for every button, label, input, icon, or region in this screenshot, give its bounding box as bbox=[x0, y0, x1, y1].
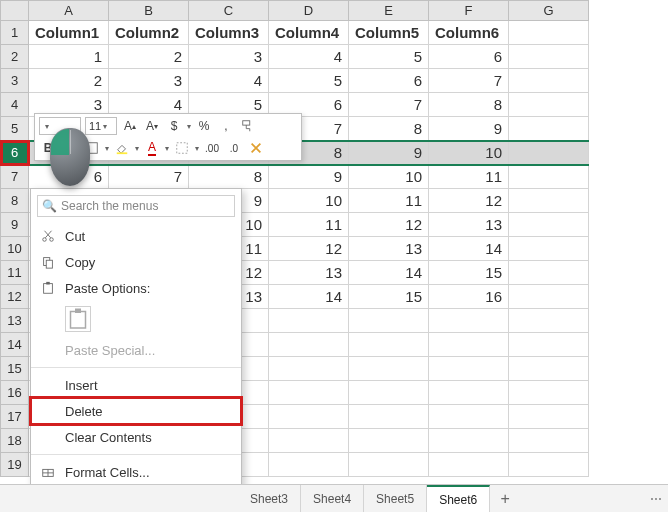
cell[interactable] bbox=[509, 213, 589, 237]
cell[interactable]: 6 bbox=[349, 69, 429, 93]
increase-decimal-icon[interactable]: .00 bbox=[203, 139, 221, 157]
percent-format-icon[interactable]: % bbox=[195, 117, 213, 135]
cell[interactable]: 3 bbox=[189, 45, 269, 69]
format-painter-icon[interactable] bbox=[239, 117, 257, 135]
cell[interactable]: 8 bbox=[349, 117, 429, 141]
cell[interactable]: 10 bbox=[349, 165, 429, 189]
comma-format-icon[interactable]: , bbox=[217, 117, 235, 135]
col-header-D[interactable]: D bbox=[269, 1, 349, 21]
row-header-3[interactable]: 3 bbox=[1, 69, 29, 93]
cell[interactable] bbox=[509, 261, 589, 285]
cell[interactable] bbox=[509, 237, 589, 261]
row-header-9[interactable]: 9 bbox=[1, 213, 29, 237]
cell[interactable]: Column5 bbox=[349, 21, 429, 45]
row-header-1[interactable]: 1 bbox=[1, 21, 29, 45]
row-header-17[interactable]: 17 bbox=[1, 405, 29, 429]
cell[interactable]: 4 bbox=[269, 45, 349, 69]
cell[interactable]: 2 bbox=[29, 69, 109, 93]
row-header-4[interactable]: 4 bbox=[1, 93, 29, 117]
cell[interactable]: 9 bbox=[349, 141, 429, 165]
cell[interactable]: 14 bbox=[429, 237, 509, 261]
row-header-11[interactable]: 11 bbox=[1, 261, 29, 285]
row-header-19[interactable]: 19 bbox=[1, 453, 29, 477]
cell[interactable]: 7 bbox=[429, 69, 509, 93]
row-header-13[interactable]: 13 bbox=[1, 309, 29, 333]
row-header-15[interactable]: 15 bbox=[1, 357, 29, 381]
menu-copy[interactable]: Copy bbox=[31, 249, 241, 275]
cell[interactable]: 7 bbox=[109, 165, 189, 189]
cell[interactable] bbox=[509, 141, 589, 165]
tab-overflow-button[interactable]: ⋯ bbox=[644, 485, 668, 512]
row-header-5[interactable]: 5 bbox=[1, 117, 29, 141]
menu-clear-contents[interactable]: Clear Contents bbox=[31, 424, 241, 450]
sheet-tab[interactable]: Sheet3 bbox=[238, 485, 301, 512]
cell[interactable]: 2 bbox=[109, 45, 189, 69]
cell[interactable] bbox=[509, 165, 589, 189]
cell[interactable]: Column4 bbox=[269, 21, 349, 45]
row-header-8[interactable]: 8 bbox=[1, 189, 29, 213]
cell[interactable]: 7 bbox=[349, 93, 429, 117]
cell[interactable]: 12 bbox=[349, 213, 429, 237]
cell[interactable]: 10 bbox=[269, 189, 349, 213]
cell[interactable]: 13 bbox=[429, 213, 509, 237]
menu-format-cells[interactable]: Format Cells... bbox=[31, 459, 241, 485]
cell[interactable]: 14 bbox=[269, 285, 349, 309]
cell[interactable]: 13 bbox=[269, 261, 349, 285]
cell[interactable] bbox=[509, 69, 589, 93]
cell[interactable]: 9 bbox=[269, 165, 349, 189]
col-header-C[interactable]: C bbox=[189, 1, 269, 21]
cell[interactable]: Column2 bbox=[109, 21, 189, 45]
cell[interactable]: Column3 bbox=[189, 21, 269, 45]
cell[interactable]: 10 bbox=[429, 141, 509, 165]
col-header-A[interactable]: A bbox=[29, 1, 109, 21]
menu-cut[interactable]: Cut bbox=[31, 223, 241, 249]
decrease-font-icon[interactable]: A▾ bbox=[143, 117, 161, 135]
cell[interactable]: Column6 bbox=[429, 21, 509, 45]
select-all-corner[interactable] bbox=[1, 1, 29, 21]
cell[interactable]: 12 bbox=[269, 237, 349, 261]
row-header-10[interactable]: 10 bbox=[1, 237, 29, 261]
cell[interactable]: 12 bbox=[429, 189, 509, 213]
cell[interactable] bbox=[509, 93, 589, 117]
row-header-16[interactable]: 16 bbox=[1, 381, 29, 405]
sheet-tab[interactable]: Sheet4 bbox=[301, 485, 364, 512]
col-header-G[interactable]: G bbox=[509, 1, 589, 21]
row-header-6[interactable]: 6 bbox=[1, 141, 29, 165]
cell[interactable] bbox=[509, 117, 589, 141]
cell[interactable]: 5 bbox=[269, 69, 349, 93]
cell[interactable]: 9 bbox=[429, 117, 509, 141]
sheet-tab[interactable]: Sheet5 bbox=[364, 485, 427, 512]
row-header-2[interactable]: 2 bbox=[1, 45, 29, 69]
row-header-7[interactable]: 7 bbox=[1, 165, 29, 189]
row-header-12[interactable]: 12 bbox=[1, 285, 29, 309]
menu-insert[interactable]: Insert bbox=[31, 372, 241, 398]
cell[interactable]: 14 bbox=[349, 261, 429, 285]
cell[interactable]: 15 bbox=[429, 261, 509, 285]
increase-font-icon[interactable]: A▴ bbox=[121, 117, 139, 135]
cell[interactable]: Column1 bbox=[29, 21, 109, 45]
sheet-tab-active[interactable]: Sheet6 bbox=[427, 485, 490, 512]
cell[interactable]: 1 bbox=[29, 45, 109, 69]
cell[interactable]: 5 bbox=[349, 45, 429, 69]
add-sheet-button[interactable]: + bbox=[490, 485, 520, 512]
cell[interactable] bbox=[509, 189, 589, 213]
cell[interactable]: 6 bbox=[429, 45, 509, 69]
decrease-decimal-icon[interactable]: .0 bbox=[225, 139, 243, 157]
font-color-icon[interactable]: A bbox=[143, 139, 161, 157]
cell[interactable] bbox=[509, 21, 589, 45]
cell[interactable]: 8 bbox=[429, 93, 509, 117]
row-header-18[interactable]: 18 bbox=[1, 429, 29, 453]
cell[interactable]: 3 bbox=[109, 69, 189, 93]
paste-default-icon[interactable] bbox=[65, 306, 91, 332]
col-header-E[interactable]: E bbox=[349, 1, 429, 21]
fill-color-icon[interactable] bbox=[113, 139, 131, 157]
menu-search-input[interactable]: 🔍 Search the menus bbox=[37, 195, 235, 217]
cell[interactable] bbox=[509, 45, 589, 69]
col-header-F[interactable]: F bbox=[429, 1, 509, 21]
cell[interactable]: 15 bbox=[349, 285, 429, 309]
cell[interactable]: 11 bbox=[269, 213, 349, 237]
cell[interactable]: 11 bbox=[349, 189, 429, 213]
cell[interactable]: 13 bbox=[349, 237, 429, 261]
menu-delete[interactable]: Delete bbox=[31, 398, 241, 424]
cell[interactable] bbox=[509, 285, 589, 309]
